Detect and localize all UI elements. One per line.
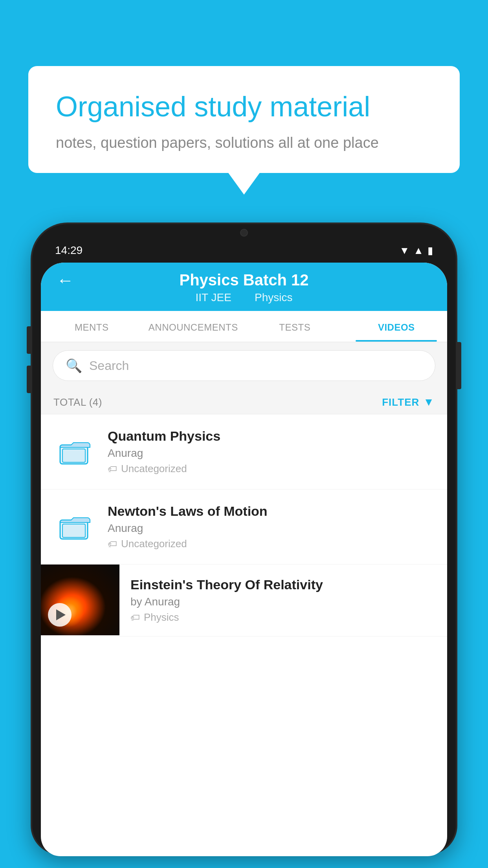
item-icon-wrap xyxy=(53,438,97,465)
phone-screen: ← Physics Batch 12 IIT JEE Physics MENTS… xyxy=(41,263,447,856)
wifi-icon: ▼ xyxy=(400,245,410,257)
tag-icon: 🏷 xyxy=(108,463,117,474)
tab-videos[interactable]: VIDEOS xyxy=(346,311,448,342)
play-button[interactable] xyxy=(48,603,72,627)
filter-label: FILTER xyxy=(382,396,419,408)
tag-icon: 🏷 xyxy=(130,612,140,623)
video-item-thumb[interactable]: Einstein's Theory Of Relativity by Anura… xyxy=(41,565,447,636)
tab-tests[interactable]: TESTS xyxy=(244,311,346,342)
tab-announcements[interactable]: ANNOUNCEMENTS xyxy=(143,311,244,342)
signal-icon: ▲ xyxy=(413,245,424,257)
tag-label: Physics xyxy=(144,611,179,623)
search-icon: 🔍 xyxy=(66,358,82,373)
header-row: ← Physics Batch 12 xyxy=(57,271,431,289)
back-button[interactable]: ← xyxy=(57,270,74,290)
tab-ments[interactable]: MENTS xyxy=(41,311,143,342)
video-thumbnail xyxy=(41,565,119,635)
video-item[interactable]: Newton's Laws of Motion Anurag 🏷 Uncateg… xyxy=(41,489,447,565)
bubble-subtitle: notes, question papers, solutions all at… xyxy=(56,134,432,151)
folder-icon xyxy=(59,513,91,541)
speech-bubble: Organised study material notes, question… xyxy=(28,66,460,173)
filter-button[interactable]: FILTER ▼ xyxy=(382,396,435,408)
item-author: by Anurag xyxy=(130,596,436,608)
folder-icon xyxy=(59,438,91,465)
item-title: Einstein's Theory Of Relativity xyxy=(130,577,436,592)
total-label: TOTAL (4) xyxy=(53,396,102,408)
search-placeholder: Search xyxy=(89,359,129,373)
video-list: Quantum Physics Anurag 🏷 Uncategorized xyxy=(41,414,447,636)
tag-icon: 🏷 xyxy=(108,539,117,550)
play-triangle-icon xyxy=(56,609,66,620)
item-tag: 🏷 Uncategorized xyxy=(108,463,435,475)
subtitle-iitjee: IIT JEE xyxy=(196,291,231,303)
status-time: 14:29 xyxy=(55,244,83,257)
power-button xyxy=(456,342,461,389)
header-title: Physics Batch 12 xyxy=(179,271,308,289)
app-header: ← Physics Batch 12 IIT JEE Physics xyxy=(41,263,447,311)
subtitle-physics: Physics xyxy=(255,291,292,303)
item-info: Newton's Laws of Motion Anurag 🏷 Uncateg… xyxy=(108,504,435,550)
side-buttons-right xyxy=(456,342,461,389)
filter-funnel-icon: ▼ xyxy=(423,396,435,408)
phone-frame: 14:29 ▼ ▲ ▮ ← Physics Batch 12 IIT JEE P… xyxy=(32,224,456,868)
item-icon-wrap xyxy=(53,513,97,541)
item-tag: 🏷 Uncategorized xyxy=(108,538,435,550)
tag-label: Uncategorized xyxy=(121,538,187,550)
item-title: Quantum Physics xyxy=(108,428,435,444)
tabs-bar: MENTS ANNOUNCEMENTS TESTS VIDEOS xyxy=(41,311,447,342)
item-author: Anurag xyxy=(108,447,435,460)
item-author: Anurag xyxy=(108,522,435,535)
svg-rect-3 xyxy=(62,524,85,537)
video-item[interactable]: Quantum Physics Anurag 🏷 Uncategorized xyxy=(41,414,447,489)
search-container: 🔍 Search xyxy=(41,342,447,389)
item-tag: 🏷 Physics xyxy=(130,611,436,623)
battery-icon: ▮ xyxy=(427,245,433,257)
phone-outer: 14:29 ▼ ▲ ▮ ← Physics Batch 12 IIT JEE P… xyxy=(32,224,456,853)
tag-label: Uncategorized xyxy=(121,463,187,475)
search-bar[interactable]: 🔍 Search xyxy=(53,350,435,381)
filter-row: TOTAL (4) FILTER ▼ xyxy=(41,389,447,414)
volume-up-button xyxy=(27,326,32,354)
item-info: Quantum Physics Anurag 🏷 Uncategorized xyxy=(108,428,435,475)
speech-bubble-wrapper: Organised study material notes, question… xyxy=(28,66,460,173)
thumb-background xyxy=(41,565,119,635)
bubble-title: Organised study material xyxy=(56,90,432,123)
thumb-item-info: Einstein's Theory Of Relativity by Anura… xyxy=(119,565,447,636)
status-icons: ▼ ▲ ▮ xyxy=(400,245,433,257)
side-buttons-left xyxy=(27,326,32,393)
camera xyxy=(240,229,248,237)
volume-down-button xyxy=(27,366,32,393)
svg-rect-1 xyxy=(62,449,85,462)
header-subtitle: IIT JEE Physics xyxy=(190,291,298,304)
item-title: Newton's Laws of Motion xyxy=(108,504,435,519)
notch xyxy=(209,224,279,241)
